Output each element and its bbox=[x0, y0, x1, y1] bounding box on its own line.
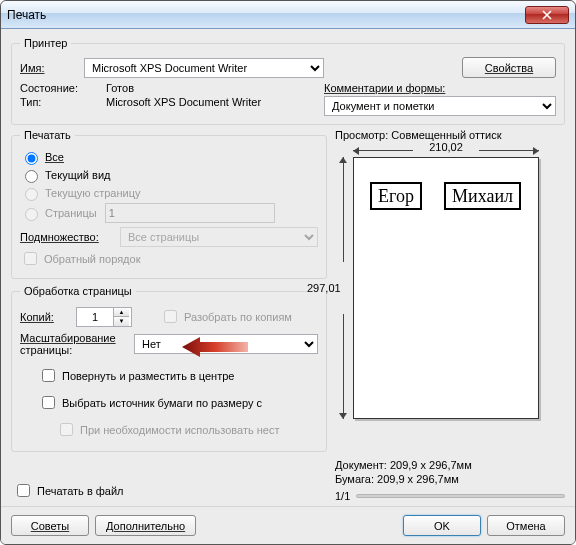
preview-height-value: 297,01 bbox=[307, 282, 341, 294]
print-to-file-row[interactable]: Печатать в файл bbox=[13, 481, 327, 500]
cancel-button[interactable]: Отмена bbox=[487, 515, 565, 536]
close-button[interactable] bbox=[525, 6, 569, 24]
doc-dimensions: Документ: 209,9 x 296,7мм bbox=[335, 458, 565, 472]
footer-bar: Советы Дополнительно OK Отмена bbox=[1, 506, 575, 544]
scaling-label1: Масштабирование bbox=[20, 332, 130, 344]
commforms-select[interactable]: Документ и пометки bbox=[324, 96, 556, 116]
type-label: Тип: bbox=[20, 96, 102, 108]
range-group: Печатать Все Текущий вид Текущую страниц… bbox=[11, 129, 327, 279]
preview-area: 210,02 297,01 Егор Михаил bbox=[335, 141, 565, 452]
range-legend: Печатать bbox=[20, 129, 75, 141]
rotate-center-label: Повернуть и разместить в центре bbox=[62, 370, 234, 382]
printer-select[interactable]: Microsoft XPS Document Writer bbox=[84, 58, 324, 78]
scaling-select[interactable]: Нет bbox=[134, 334, 318, 354]
page-slider[interactable] bbox=[356, 494, 565, 498]
radio-pages-row: Страницы bbox=[20, 203, 318, 223]
commforms-label: Комментарии и формы: bbox=[324, 82, 445, 94]
radio-current-view-row[interactable]: Текущий вид bbox=[20, 167, 318, 183]
subset-select: Все страницы bbox=[120, 227, 318, 247]
handling-group: Обработка страницы Копий: ▲ ▼ Разобрать … bbox=[11, 285, 327, 452]
collate-checkbox bbox=[164, 310, 177, 323]
properties-button[interactable]: Свойства bbox=[462, 57, 556, 78]
copies-spinner[interactable]: ▲ ▼ bbox=[76, 307, 132, 327]
use-nest-checkbox bbox=[60, 423, 73, 436]
status-value: Готов bbox=[106, 82, 134, 94]
preview-box-1: Егор bbox=[370, 182, 422, 210]
radio-current-page-row: Текущую страницу bbox=[20, 185, 318, 201]
status-label: Состояние: bbox=[20, 82, 102, 94]
radio-current-page-label: Текущую страницу bbox=[45, 187, 140, 199]
close-icon bbox=[542, 10, 552, 20]
tips-button[interactable]: Советы bbox=[11, 515, 89, 536]
pages-input bbox=[105, 203, 275, 223]
advanced-button[interactable]: Дополнительно bbox=[95, 515, 196, 536]
print-to-file-label: Печатать в файл bbox=[37, 485, 124, 497]
collate-label: Разобрать по копиям bbox=[184, 311, 292, 323]
page-indicator: 1/1 bbox=[335, 490, 350, 502]
type-value: Microsoft XPS Document Writer bbox=[106, 96, 261, 108]
collate-row: Разобрать по копиям bbox=[160, 307, 292, 326]
preview-label: Просмотр: Совмещенный оттиск bbox=[335, 129, 565, 141]
radio-all[interactable] bbox=[25, 152, 38, 165]
reverse-row: Обратный порядок bbox=[20, 249, 318, 268]
scaling-label2: страницы: bbox=[20, 344, 130, 356]
window-title: Печать bbox=[7, 8, 525, 22]
reverse-label: Обратный порядок bbox=[44, 253, 140, 265]
titlebar: Печать bbox=[1, 1, 575, 29]
reverse-checkbox bbox=[24, 252, 37, 265]
print-to-file-checkbox[interactable] bbox=[17, 484, 30, 497]
rotate-center-checkbox[interactable] bbox=[42, 369, 55, 382]
radio-current-view-label: Текущий вид bbox=[45, 169, 110, 181]
preview-width-value: 210,02 bbox=[425, 141, 467, 153]
printer-legend: Принтер bbox=[20, 37, 71, 49]
paper-source-row[interactable]: Выбрать источник бумаги по размеру с bbox=[38, 393, 318, 412]
copies-up[interactable]: ▲ bbox=[113, 308, 129, 317]
radio-current-page bbox=[25, 188, 38, 201]
preview-box-2: Михаил bbox=[444, 182, 521, 210]
paper-source-label: Выбрать источник бумаги по размеру с bbox=[62, 397, 262, 409]
radio-pages-label: Страницы bbox=[45, 207, 97, 219]
copies-down[interactable]: ▼ bbox=[113, 317, 129, 326]
use-nest-label: При необходимости использовать нест bbox=[80, 424, 280, 436]
ok-button[interactable]: OK bbox=[403, 515, 481, 536]
rotate-center-row[interactable]: Повернуть и разместить в центре bbox=[38, 366, 318, 385]
radio-pages bbox=[25, 208, 38, 221]
copies-input[interactable] bbox=[77, 308, 113, 326]
radio-all-label: Все bbox=[45, 151, 64, 163]
radio-current-view[interactable] bbox=[25, 170, 38, 183]
copies-label: Копий: bbox=[20, 311, 72, 323]
use-nest-row: При необходимости использовать нест bbox=[56, 420, 318, 439]
handling-legend: Обработка страницы bbox=[20, 285, 136, 297]
subset-label: Подмножество: bbox=[20, 231, 116, 243]
radio-all-row[interactable]: Все bbox=[20, 149, 318, 165]
paper-dimensions: Бумага: 209,9 x 296,7мм bbox=[335, 472, 565, 486]
paper-source-checkbox[interactable] bbox=[42, 396, 55, 409]
preview-page: Егор Михаил bbox=[353, 157, 539, 419]
printer-group: Принтер Имя: Microsoft XPS Document Writ… bbox=[11, 37, 565, 125]
name-label: Имя: bbox=[20, 62, 80, 74]
